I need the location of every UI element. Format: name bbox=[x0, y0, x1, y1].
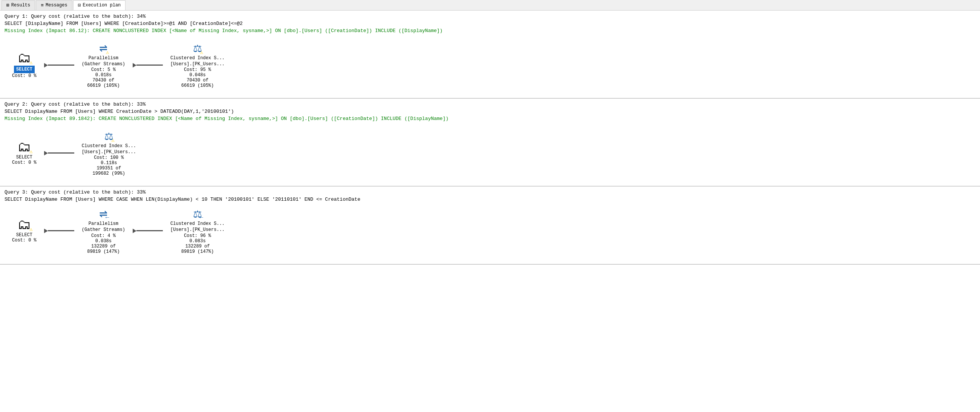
query2-missing-index: Missing Index (Impact 89.1842): CREATE N… bbox=[5, 116, 975, 121]
query2-header: Query 2: Query cost (relative to the bat… bbox=[5, 102, 975, 107]
query1-clustered-rows2: 66619 (105%) bbox=[181, 83, 214, 88]
query2-clustered-label: Clustered Index S...[Users].[PK_Users... bbox=[82, 144, 136, 155]
tab-results[interactable]: ⊞ Results bbox=[2, 0, 35, 10]
warning-badge3: ⚠ bbox=[200, 49, 203, 56]
query3-sql: SELECT DisplayName FROM [Users] WHERE CA… bbox=[5, 196, 975, 202]
query3-clustered-label: Clustered Index S...[Users].[PK_Users... bbox=[170, 221, 224, 233]
messages-icon: ≡ bbox=[41, 3, 44, 8]
query1-select-label: SELECT bbox=[14, 65, 35, 73]
query1-parallelism-rows1: 70430 of bbox=[93, 78, 115, 83]
query2-clustered-rows1: 199351 of bbox=[97, 166, 121, 171]
query1-parallelism-cost: Cost: 5 % bbox=[91, 67, 116, 72]
execution-plan-icon: ⊡ bbox=[78, 2, 81, 8]
query3-parallelism-rows1: 132289 of bbox=[91, 244, 116, 249]
query3-parallelism-node: ⇌ ← Parallelism(Gather Streams) Cost: 4 … bbox=[82, 208, 125, 254]
query1-clustered-rows1: 70430 of bbox=[186, 78, 208, 83]
query2-clustered-time: 0.118s bbox=[101, 160, 117, 166]
query3-clustered-time: 0.083s bbox=[189, 238, 205, 244]
tab-messages-label: Messages bbox=[46, 3, 67, 8]
query2-clustered-rows2: 199682 (99%) bbox=[93, 171, 125, 176]
query3-clustered-rows1: 132289 of bbox=[185, 244, 210, 249]
query1-plan: 🗂 ⚠ SELECT Cost: 0 % ⇌ ⚠ Parallelism(Gat… bbox=[5, 38, 975, 92]
query3-clustered-cost: Cost: 96 % bbox=[184, 233, 211, 238]
tab-execution-plan-label: Execution plan bbox=[83, 3, 121, 8]
query2-clustered-node: ⚖ ⚠ Clustered Index S...[Users].[PK_User… bbox=[82, 130, 136, 176]
tab-results-label: Results bbox=[11, 3, 30, 8]
warning-badge: ⚠ bbox=[29, 59, 32, 65]
warning-badge2: ⚠ bbox=[106, 49, 109, 56]
query3-parallelism-rows2: 89819 (147%) bbox=[87, 249, 119, 254]
query2-select-label: SELECT bbox=[16, 155, 32, 160]
query3-section: Query 3: Query cost (relative to the bat… bbox=[0, 186, 980, 264]
query2-section: Query 2: Query cost (relative to the bat… bbox=[0, 99, 980, 186]
query2-sql: SELECT DisplayName FROM [Users] WHERE Cr… bbox=[5, 109, 975, 114]
query1-arrow1 bbox=[44, 63, 74, 67]
query2-select-cost: Cost: 0 % bbox=[12, 160, 37, 165]
query3-parallelism-label: Parallelism(Gather Streams) bbox=[82, 221, 125, 233]
tab-bar: ⊞ Results ≡ Messages ⊡ Execution plan bbox=[0, 0, 980, 11]
query1-select-cost: Cost: 0 % bbox=[12, 73, 37, 78]
query1-clustered-node: ⚖ ⚠ Clustered Index S...[Users].[PK_User… bbox=[170, 42, 224, 88]
query1-sql: SELECT [DisplayName] FROM [Users] WHERE … bbox=[5, 21, 975, 26]
tab-messages[interactable]: ≡ Messages bbox=[36, 0, 72, 10]
query3-select-label: SELECT bbox=[16, 232, 32, 238]
query2-plan: 🗂 ⚠ SELECT Cost: 0 % ⚖ ⚠ Clustered Index… bbox=[5, 126, 975, 180]
query3-arrow1 bbox=[44, 228, 74, 233]
query1-clustered-time: 0.048s bbox=[189, 72, 205, 78]
query1-select-node: 🗂 ⚠ SELECT Cost: 0 % bbox=[12, 52, 37, 78]
query1-missing-index: Missing Index (Impact 86.12): CREATE NON… bbox=[5, 28, 975, 34]
query1-clustered-cost: Cost: 95 % bbox=[184, 67, 211, 72]
warning-badge7: ← bbox=[105, 214, 109, 221]
query2-arrow1 bbox=[44, 151, 74, 155]
query1-parallelism-rows2: 66619 (105%) bbox=[87, 83, 119, 88]
query1-parallelism-node: ⇌ ⚠ Parallelism(Gather Streams) Cost: 5 … bbox=[82, 42, 125, 88]
warning-badge6: ⚠ bbox=[29, 226, 32, 232]
query2-select-node: 🗂 ⚠ SELECT Cost: 0 % bbox=[12, 141, 37, 165]
query3-clustered-rows2: 89819 (147%) bbox=[181, 249, 214, 254]
query1-clustered-label: Clustered Index S...[Users].[PK_Users... bbox=[170, 56, 224, 67]
tab-execution-plan[interactable]: ⊡ Execution plan bbox=[73, 0, 126, 10]
query1-parallelism-label: Parallelism(Gather Streams) bbox=[82, 56, 125, 67]
query1-arrow2 bbox=[133, 63, 163, 67]
query3-select-node: 🗂 ⚠ SELECT Cost: 0 % bbox=[12, 219, 37, 243]
warning-badge5: ⚠ bbox=[111, 137, 114, 144]
warning-badge8: ← bbox=[199, 214, 203, 221]
query1-parallelism-time: 0.018s bbox=[95, 72, 111, 78]
query2-clustered-cost: Cost: 100 % bbox=[94, 155, 124, 160]
query3-parallelism-cost: Cost: 4 % bbox=[91, 233, 116, 238]
results-icon: ⊞ bbox=[6, 2, 10, 8]
query3-header: Query 3: Query cost (relative to the bat… bbox=[5, 189, 975, 195]
query3-plan: 🗂 ⚠ SELECT Cost: 0 % ⇌ ← Parallelism(Gat… bbox=[5, 204, 975, 258]
query3-parallelism-time: 0.038s bbox=[95, 238, 111, 244]
query3-select-cost: Cost: 0 % bbox=[12, 238, 37, 243]
query1-header: Query 1: Query cost (relative to the bat… bbox=[5, 14, 975, 19]
warning-badge4: ⚠ bbox=[29, 148, 32, 155]
query1-section: Query 1: Query cost (relative to the bat… bbox=[0, 11, 980, 99]
query3-arrow2 bbox=[133, 228, 163, 233]
query3-clustered-node: ⚖ ← Clustered Index S...[Users].[PK_User… bbox=[170, 208, 224, 254]
